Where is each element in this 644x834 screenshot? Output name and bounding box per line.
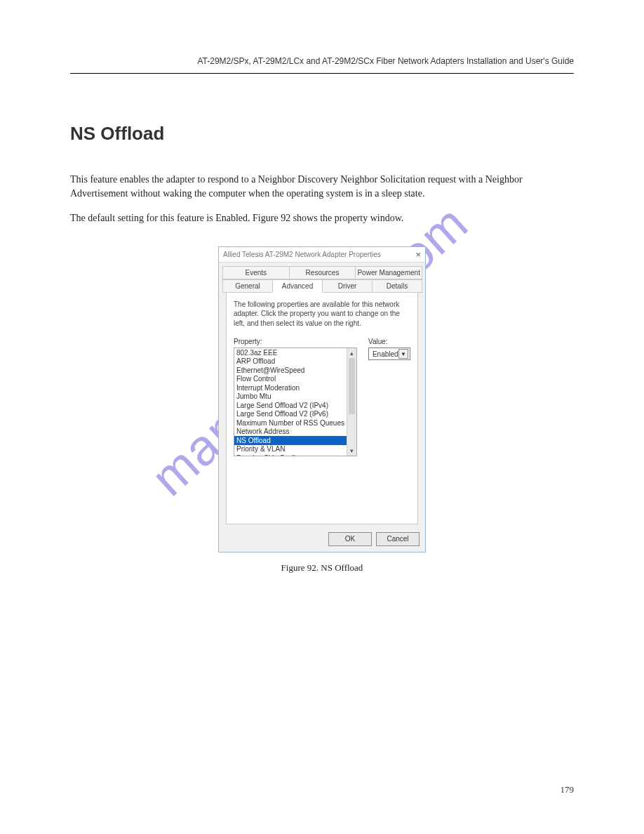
list-item-selected[interactable]: NS Offload bbox=[234, 436, 347, 445]
tab-row-2: General Advanced Driver Details bbox=[222, 279, 422, 293]
tab-details[interactable]: Details bbox=[372, 279, 422, 293]
page-number: 179 bbox=[561, 784, 575, 795]
list-item[interactable]: Interrupt Moderation bbox=[234, 383, 347, 392]
close-icon[interactable]: × bbox=[415, 250, 421, 259]
chevron-down-icon[interactable]: ▼ bbox=[398, 349, 408, 359]
tab-row-1: Events Resources Power Management bbox=[222, 266, 422, 279]
tab-resources[interactable]: Resources bbox=[289, 266, 356, 279]
figure: Allied Telesis AT-29M2 Network Adapter P… bbox=[70, 246, 574, 574]
dialog-tabs: Events Resources Power Management Genera… bbox=[222, 266, 422, 524]
body-text: This feature enables the adapter to resp… bbox=[70, 173, 574, 225]
list-item[interactable]: Priority & VLAN bbox=[234, 445, 347, 454]
scroll-down-icon[interactable]: ▾ bbox=[347, 446, 356, 456]
list-item[interactable]: ARP Offload bbox=[234, 357, 347, 366]
figure-caption: Figure 92. NS Offload bbox=[281, 562, 363, 574]
tab-power-management[interactable]: Power Management bbox=[355, 266, 422, 279]
header-rule bbox=[70, 73, 574, 74]
paragraph-2: The default setting for this feature is … bbox=[70, 211, 574, 225]
property-column: Property: 802.3az EEE ARP Offload Ethern… bbox=[234, 338, 357, 456]
value-column: Value: Enabled ▼ bbox=[368, 338, 410, 456]
list-item[interactable]: Large Send Offload V2 (IPv6) bbox=[234, 410, 347, 419]
dialog-titlebar: Allied Telesis AT-29M2 Network Adapter P… bbox=[219, 247, 425, 263]
ok-button[interactable]: OK bbox=[328, 532, 372, 546]
value-selected: Enabled bbox=[373, 350, 398, 358]
list-item[interactable]: Large Send Offload V2 (IPv4) bbox=[234, 401, 347, 410]
dialog-title: Allied Telesis AT-29M2 Network Adapter P… bbox=[223, 251, 381, 258]
property-listbox[interactable]: 802.3az EEE ARP Offload Ethernet@WireSpe… bbox=[234, 348, 357, 456]
dialog-panel: The following properties are available f… bbox=[226, 293, 418, 524]
page: AT-29M2/SPx, AT-29M2/LCx and AT-29M2/SCx… bbox=[0, 0, 644, 834]
dialog-columns: Property: 802.3az EEE ARP Offload Ethern… bbox=[234, 338, 410, 456]
list-item[interactable]: Flow Control bbox=[234, 375, 347, 384]
scroll-thumb[interactable] bbox=[349, 358, 355, 414]
value-dropdown[interactable]: Enabled ▼ bbox=[368, 348, 410, 360]
scrollbar[interactable]: ▴ ▾ bbox=[347, 348, 356, 456]
tab-driver[interactable]: Driver bbox=[322, 279, 373, 293]
paragraph-1: This feature enables the adapter to resp… bbox=[70, 173, 574, 201]
value-label: Value: bbox=[368, 338, 410, 345]
list-item[interactable]: Ethernet@WireSpeed bbox=[234, 366, 347, 375]
properties-dialog: Allied Telesis AT-29M2 Network Adapter P… bbox=[218, 246, 426, 552]
dialog-help-text: The following properties are available f… bbox=[234, 300, 410, 329]
property-label: Property: bbox=[234, 338, 357, 345]
list-item[interactable]: Receive Side Scaling bbox=[234, 454, 347, 456]
property-list-inner: 802.3az EEE ARP Offload Ethernet@WireSpe… bbox=[234, 348, 356, 456]
section-heading: NS Offload bbox=[70, 123, 574, 145]
tab-advanced[interactable]: Advanced bbox=[272, 279, 323, 293]
list-item[interactable]: Maximum Number of RSS Queues bbox=[234, 418, 347, 428]
tab-events[interactable]: Events bbox=[222, 266, 290, 279]
list-item[interactable]: 802.3az EEE bbox=[234, 348, 347, 357]
tab-general[interactable]: General bbox=[222, 279, 273, 293]
dialog-buttons: OK Cancel bbox=[219, 528, 425, 552]
cancel-button[interactable]: Cancel bbox=[376, 532, 420, 546]
header-doc-title: AT-29M2/SPx, AT-29M2/LCx and AT-29M2/SCx… bbox=[70, 56, 574, 66]
list-item[interactable]: Network Address bbox=[234, 428, 347, 437]
list-item[interactable]: Jumbo Mtu bbox=[234, 392, 347, 402]
scroll-up-icon[interactable]: ▴ bbox=[347, 348, 356, 358]
